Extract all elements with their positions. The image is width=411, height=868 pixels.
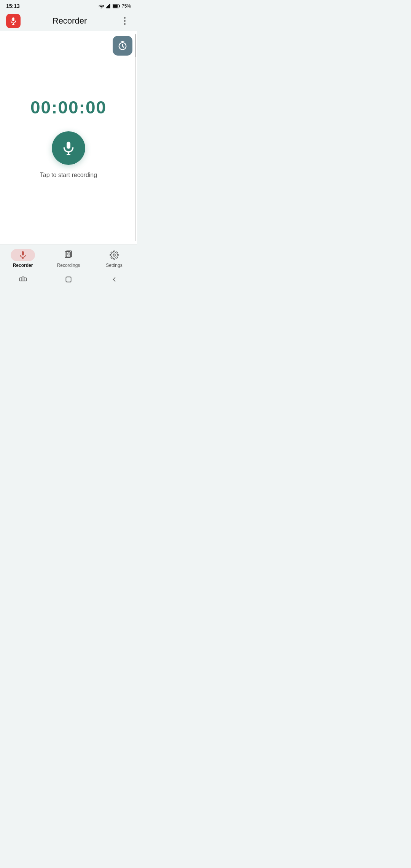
record-button[interactable] — [52, 131, 85, 165]
timer-button[interactable] — [113, 36, 132, 56]
timer-display: 00:00:00 — [30, 97, 107, 118]
app-icon — [6, 14, 21, 28]
more-menu-button[interactable] — [119, 15, 131, 27]
scrollbar-track — [135, 34, 136, 241]
more-dot — [124, 20, 126, 22]
home-icon — [65, 276, 72, 283]
tab-recordings[interactable]: Recordings — [46, 244, 91, 271]
svg-rect-7 — [113, 5, 118, 8]
tab-recorder[interactable]: Recorder — [0, 244, 46, 271]
recent-icon — [19, 276, 27, 283]
back-button[interactable] — [110, 275, 119, 284]
svg-rect-2 — [107, 6, 108, 8]
svg-point-23 — [68, 254, 69, 254]
bottom-nav: Recorder Recordings Settings — [0, 244, 137, 271]
wifi-icon: 6 — [98, 4, 104, 8]
app-bar: Recorder — [0, 11, 137, 31]
tab-settings[interactable]: Settings — [91, 244, 137, 271]
svg-rect-14 — [67, 142, 70, 148]
svg-text:6: 6 — [103, 5, 104, 7]
tab-settings-label: Settings — [106, 263, 122, 268]
battery-icon — [113, 4, 120, 8]
page-title: Recorder — [53, 16, 87, 26]
more-dot — [124, 17, 126, 19]
tap-hint: Tap to start recording — [40, 172, 97, 179]
svg-rect-6 — [119, 5, 120, 7]
recordings-tab-icon-wrap — [56, 249, 81, 261]
settings-nav-icon — [110, 251, 119, 260]
back-icon — [110, 276, 118, 283]
status-time: 15:13 — [6, 3, 20, 9]
status-icons: 6 75% — [98, 3, 131, 9]
mic-icon — [9, 17, 18, 25]
signal-icon — [106, 4, 111, 8]
mic-nav-icon — [18, 251, 27, 260]
recorder-tab-icon-wrap — [11, 249, 35, 261]
svg-rect-17 — [22, 251, 24, 255]
svg-rect-27 — [66, 277, 71, 282]
recent-apps-button[interactable] — [18, 275, 27, 284]
settings-tab-icon-wrap — [102, 249, 126, 261]
recordings-nav-icon — [64, 251, 73, 260]
scrollbar-thumb — [135, 34, 136, 57]
svg-rect-8 — [12, 18, 14, 21]
svg-rect-3 — [108, 5, 109, 8]
svg-rect-24 — [20, 278, 22, 281]
timer-icon — [117, 40, 128, 51]
svg-rect-1 — [106, 7, 107, 8]
svg-rect-4 — [109, 4, 110, 8]
tab-recordings-label: Recordings — [57, 263, 80, 268]
battery-percent: 75% — [122, 3, 131, 9]
system-nav-bar — [0, 271, 137, 289]
microphone-icon — [61, 140, 76, 156]
tab-recorder-label: Recorder — [13, 263, 33, 268]
main-content: 00:00:00 Tap to start recording — [0, 31, 137, 244]
svg-rect-26 — [24, 278, 26, 281]
status-bar: 15:13 6 75% — [0, 0, 137, 11]
home-button[interactable] — [64, 275, 73, 284]
svg-rect-25 — [22, 277, 24, 281]
more-dot — [124, 23, 126, 25]
